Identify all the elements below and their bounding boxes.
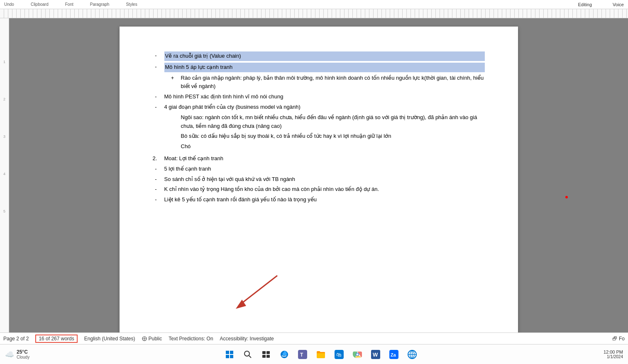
- item-text: Ngôi sao: ngành còn tốt k, mn biết nhiều…: [181, 113, 485, 131]
- zoom-left-icon[interactable]: 🗗: [612, 336, 617, 342]
- edge-icon: [280, 350, 289, 359]
- bullet-marker: -: [153, 165, 159, 173]
- list-item: - Liệt kê 5 yếu tố cạnh tranh rồi đánh g…: [153, 195, 485, 204]
- horizontal-ruler: [0, 9, 628, 18]
- taskbar-right: 12:00 PM 1/1/2024: [604, 349, 623, 359]
- taskbar-left: ☁️ 25°C Cloudy: [5, 349, 38, 359]
- svg-text:Za: Za: [391, 352, 396, 357]
- ribbon-paragraph[interactable]: Paragraph: [90, 2, 110, 7]
- svg-point-9: [244, 351, 249, 356]
- svg-text:W: W: [373, 352, 378, 358]
- ribbon-styles[interactable]: Styles: [126, 2, 137, 7]
- vertical-ruler: 1 2 3 4 5: [0, 18, 9, 332]
- zoom-right-icon[interactable]: Fo: [619, 336, 625, 342]
- network-app-button[interactable]: [404, 346, 420, 363]
- weather-icon: ☁️: [5, 350, 14, 359]
- task-view-icon: [262, 350, 270, 359]
- list-item: - So sánh chỉ số ở hiện tại với quá khứ …: [153, 175, 485, 184]
- svg-rect-11: [262, 351, 266, 354]
- text-predictions[interactable]: Text Predictions: On: [169, 336, 213, 342]
- store-icon: 🛍: [335, 350, 344, 359]
- svg-rect-12: [266, 351, 270, 354]
- list-item: Bò sữa: có dấu hiệu sắp bị suy thoái k, …: [153, 132, 485, 141]
- ribbon-clipboard[interactable]: Clipboard: [31, 2, 49, 7]
- item-text: Bò sữa: có dấu hiệu sắp bị suy thoái k, …: [181, 132, 485, 141]
- list-item: Chó: [153, 142, 485, 151]
- item-text: K chỉ nhìn vào tỷ trọng Hàng tồn kho của…: [164, 185, 485, 194]
- list-item: - Mô hình PEST xác định tình hình vĩ mô …: [153, 93, 485, 101]
- ribbon-undo[interactable]: Undo: [4, 2, 14, 7]
- list-item: + Rào cản gia nhập ngành: pháp lý, bản t…: [153, 74, 485, 91]
- taskbar-center: T 🛍: [42, 346, 600, 363]
- document-content[interactable]: - Vẽ ra chuỗi giá trị (Value chain) - Mô…: [153, 51, 485, 296]
- svg-rect-7: [226, 355, 229, 358]
- chrome-icon: [353, 350, 362, 359]
- word-count[interactable]: 16 of 267 words: [35, 335, 77, 343]
- numbered-item: 2. Moat: Lợi thế cạnh tranh: [153, 154, 485, 163]
- svg-line-10: [249, 356, 251, 358]
- teams-button[interactable]: T: [294, 346, 311, 363]
- task-view-button[interactable]: [258, 346, 274, 363]
- svg-rect-5: [226, 351, 229, 354]
- teams-icon: T: [298, 350, 307, 359]
- zalo-button[interactable]: Za: [386, 346, 402, 363]
- svg-line-0: [240, 276, 277, 305]
- word-button[interactable]: W: [367, 346, 384, 363]
- list-item: Ngôi sao: ngành còn tốt k, mn biết nhiều…: [153, 113, 485, 131]
- accessibility-info[interactable]: Accessibility: Investigate: [220, 336, 274, 342]
- zalo-icon: Za: [389, 350, 398, 359]
- list-item: - K chỉ nhìn vào tỷ trọng Hàng tồn kho c…: [153, 185, 485, 194]
- item-text: 5 lợi thế cạnh tranh: [164, 165, 485, 173]
- public-icon: [142, 336, 147, 341]
- arrow-annotation: [227, 271, 281, 309]
- item-text: Moat: Lợi thế cạnh tranh: [164, 154, 224, 163]
- network-icon: [408, 350, 417, 359]
- visibility-status[interactable]: Public: [142, 336, 162, 342]
- bullet-marker: -: [153, 93, 159, 101]
- list-item: - 5 lợi thế cạnh tranh: [153, 165, 485, 173]
- document-canvas[interactable]: - Vẽ ra chuỗi giá trị (Value chain) - Mô…: [9, 18, 628, 332]
- weather-widget[interactable]: ☁️ 25°C Cloudy: [5, 349, 38, 359]
- item-text: So sánh chỉ số ở hiện tại với quá khứ và…: [164, 175, 485, 184]
- search-icon: [244, 350, 252, 359]
- store-button[interactable]: 🛍: [331, 346, 347, 363]
- ribbon-font[interactable]: Font: [65, 2, 73, 7]
- bullet-marker: -: [153, 195, 159, 204]
- bullet-marker: +: [169, 74, 176, 91]
- voice-label: Voice: [613, 2, 624, 7]
- ribbon-bar: Undo Clipboard Font Paragraph Styles Edi…: [0, 0, 628, 9]
- status-bar: Page 2 of 2 16 of 267 words English (Uni…: [0, 332, 628, 344]
- svg-rect-8: [230, 355, 233, 358]
- file-explorer-button[interactable]: [313, 346, 329, 363]
- numbered-marker: 2.: [153, 154, 161, 163]
- bullet-marker: -: [153, 185, 159, 194]
- document-page[interactable]: - Vẽ ra chuỗi giá trị (Value chain) - Mô…: [120, 27, 518, 332]
- editing-badge: Editing: [578, 2, 592, 7]
- item-text: Chó: [181, 142, 485, 151]
- windows-logo-icon: [226, 351, 233, 358]
- file-explorer-icon: [316, 350, 325, 359]
- bullet-marker: [169, 132, 176, 141]
- chrome-button[interactable]: [349, 346, 366, 363]
- red-dot-annotation: [565, 196, 568, 198]
- language-info[interactable]: English (United States): [84, 336, 135, 342]
- list-item: - 4 giai đoạn phát triển của cty (busine…: [153, 103, 485, 112]
- bullet-marker: -: [153, 103, 159, 112]
- word-icon: W: [371, 350, 380, 359]
- svg-text:🛍: 🛍: [336, 352, 342, 358]
- svg-text:T: T: [300, 352, 303, 358]
- page-info: Page 2 of 2: [3, 336, 29, 342]
- svg-rect-6: [230, 351, 233, 354]
- windows-start-button[interactable]: [221, 346, 238, 363]
- svg-rect-13: [262, 355, 266, 358]
- system-clock: 12:00 PM 1/1/2024: [604, 349, 623, 359]
- item-text: 4 giai đoạn phát triển của cty (business…: [164, 103, 485, 112]
- svg-point-24: [356, 353, 358, 355]
- taskbar: ☁️ 25°C Cloudy: [0, 344, 628, 364]
- item-text: Mô hình 5 áp lực cạnh tranh: [164, 63, 485, 72]
- edge-browser-button[interactable]: [276, 346, 293, 363]
- search-button[interactable]: [239, 346, 256, 363]
- weather-condition: Cloudy: [17, 355, 29, 359]
- item-text: Mô hình PEST xác định tình hình vĩ mô nó…: [164, 93, 485, 101]
- main-area: 1 2 3 4 5 - Vẽ ra chuỗi giá trị (Value c…: [0, 18, 628, 332]
